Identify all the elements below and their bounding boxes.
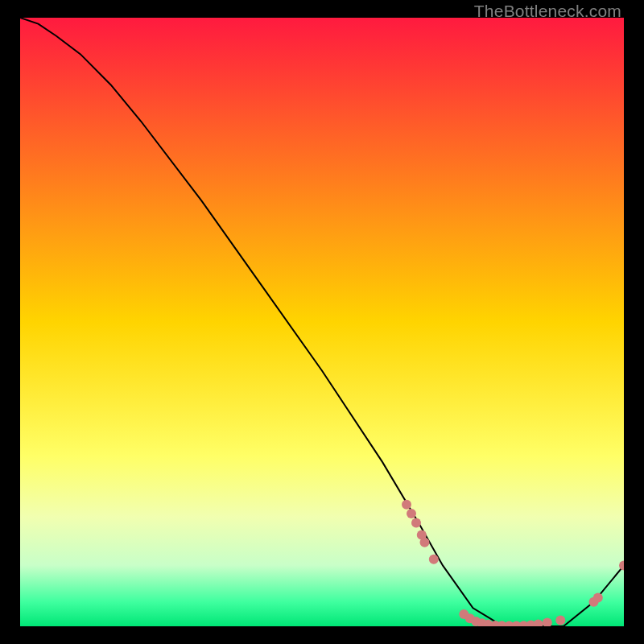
scatter-point: [593, 593, 603, 603]
scatter-point: [420, 538, 430, 547]
scatter-point: [407, 509, 416, 518]
chart-background: [20, 18, 624, 626]
scatter-point: [411, 518, 421, 528]
scatter-point: [429, 555, 439, 564]
scatter-point: [402, 500, 411, 510]
scatter-point: [555, 615, 565, 625]
bottleneck-chart: [20, 18, 624, 626]
